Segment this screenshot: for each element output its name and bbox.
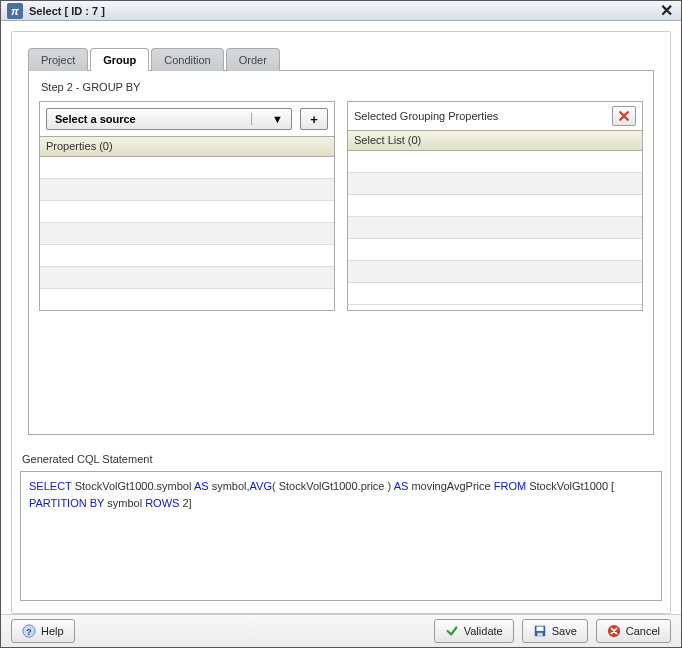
table-row (348, 239, 642, 261)
selected-grid: Select List (0) (348, 130, 642, 310)
cancel-icon (607, 624, 621, 638)
outer-panel: Project Group Condition Order Step 2 - G… (11, 31, 671, 614)
validate-button[interactable]: Validate (434, 619, 514, 643)
tab-project[interactable]: Project (28, 48, 88, 71)
tabs: Project Group Condition Order (20, 40, 662, 71)
selected-grid-header: Select List (0) (348, 131, 642, 151)
table-row (40, 223, 334, 245)
help-icon: ? (22, 624, 36, 638)
validate-label: Validate (464, 625, 503, 637)
table-row (348, 195, 642, 217)
source-select-label: Select a source (55, 113, 136, 125)
pi-icon: π (7, 3, 23, 19)
delete-property-button[interactable] (612, 106, 636, 126)
table-row (348, 151, 642, 173)
close-icon[interactable]: ✕ (657, 1, 675, 20)
table-row (40, 201, 334, 223)
help-button[interactable]: ? Help (11, 619, 75, 643)
x-red-icon (618, 110, 630, 122)
save-label: Save (552, 625, 577, 637)
source-panel: Select a source ▼ + Properties (0) (39, 101, 335, 311)
cancel-button[interactable]: Cancel (596, 619, 671, 643)
cancel-label: Cancel (626, 625, 660, 637)
titlebar: π Select [ ID : 7 ] ✕ (1, 1, 681, 21)
table-row (348, 217, 642, 239)
selected-grid-body[interactable] (348, 151, 642, 310)
check-icon (445, 624, 459, 638)
dialog-content: Project Group Condition Order Step 2 - G… (1, 21, 681, 614)
tab-group[interactable]: Group (90, 48, 149, 71)
table-row (40, 245, 334, 267)
dialog-footer: ? Help Validate Save Cancel (1, 614, 681, 647)
svg-rect-4 (537, 633, 542, 637)
tab-condition[interactable]: Condition (151, 48, 223, 71)
cql-label: Generated CQL Statement (22, 453, 662, 465)
table-row (348, 283, 642, 305)
chevron-down-icon: ▼ (251, 113, 283, 125)
properties-grid-header: Properties (0) (40, 137, 334, 157)
cql-text: SELECT StockVolGt1000.symbol AS symbol,A… (29, 480, 614, 509)
tab-order[interactable]: Order (226, 48, 280, 71)
properties-grid: Properties (0) (40, 136, 334, 310)
step-label: Step 2 - GROUP BY (41, 81, 643, 93)
cql-section: Generated CQL Statement SELECT StockVolG… (20, 453, 662, 601)
cql-statement-box[interactable]: SELECT StockVolGt1000.symbol AS symbol,A… (20, 471, 662, 601)
select-dialog: π Select [ ID : 7 ] ✕ Project Group Cond… (0, 0, 682, 648)
titlebar-title: Select [ ID : 7 ] (29, 5, 657, 17)
properties-grid-body[interactable] (40, 157, 334, 310)
svg-text:?: ? (26, 627, 31, 637)
svg-rect-3 (536, 627, 543, 631)
source-select[interactable]: Select a source ▼ (46, 108, 292, 130)
table-row (40, 157, 334, 179)
plus-icon: + (310, 112, 318, 127)
table-row (348, 261, 642, 283)
save-icon (533, 624, 547, 638)
help-label: Help (41, 625, 64, 637)
selected-header: Selected Grouping Properties (348, 102, 642, 130)
table-row (40, 289, 334, 310)
source-row: Select a source ▼ + (40, 102, 334, 136)
save-button[interactable]: Save (522, 619, 588, 643)
table-row (348, 173, 642, 195)
add-property-button[interactable]: + (300, 108, 328, 130)
table-row (40, 267, 334, 289)
selected-title: Selected Grouping Properties (354, 110, 498, 122)
tab-body-group: Step 2 - GROUP BY Select a source ▼ + (28, 70, 654, 435)
selected-panel: Selected Grouping Properties Select List… (347, 101, 643, 311)
group-columns: Select a source ▼ + Properties (0) (39, 101, 643, 311)
table-row (40, 179, 334, 201)
